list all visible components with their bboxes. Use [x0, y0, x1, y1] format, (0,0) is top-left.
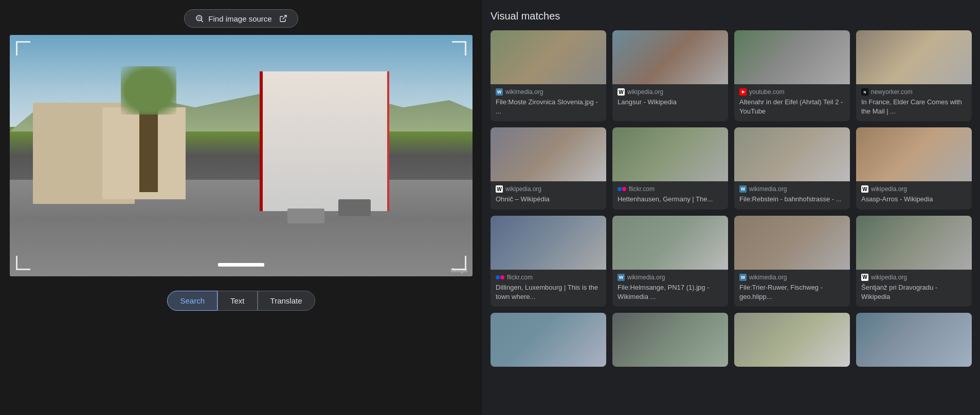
result-thumbnail: [491, 313, 606, 367]
result-thumbnail: [734, 30, 850, 84]
source-favicon: N: [861, 88, 868, 96]
result-card[interactable]: [856, 313, 972, 367]
result-card[interactable]: N newyorker.com In France, Elder Care Co…: [856, 30, 972, 121]
result-source: ▶ youtube.com: [739, 88, 845, 96]
result-title: Šentjanž pri Dravogradu - Wikipedia: [861, 283, 967, 301]
result-source: W wikipedia.org: [618, 88, 723, 96]
source-domain: wikimedia.org: [749, 274, 787, 281]
result-source: N newyorker.com: [861, 88, 967, 96]
source-domain: flickr.com: [507, 274, 533, 281]
result-title: File:Rebstein - bahnhofstrasse - ...: [739, 195, 845, 204]
source-favicon: [618, 187, 626, 191]
result-thumbnail: [491, 30, 606, 84]
building-center: [260, 71, 389, 212]
street-scene-bg: [10, 35, 473, 276]
svg-point-2: [198, 17, 201, 20]
source-favicon: W: [861, 185, 868, 193]
result-info: flickr.com Hettenhausen, Germany | The..…: [612, 181, 728, 209]
result-card[interactable]: [612, 313, 728, 367]
result-card[interactable]: [491, 313, 606, 367]
source-domain: wikipedia.org: [871, 274, 907, 281]
section-title: Visual matches: [491, 10, 972, 22]
result-info: W wikipedia.org Ohnič – Wikipédia: [491, 181, 606, 209]
result-title: File:Helmsange, PN17 (1).jpg - Wikimedia…: [618, 283, 723, 301]
result-thumbnail: [734, 127, 850, 181]
source-favicon: W: [861, 274, 868, 281]
source-favicon: W: [739, 274, 747, 281]
find-image-source-button[interactable]: Find image source: [184, 9, 298, 28]
result-card[interactable]: flickr.com Hettenhausen, Germany | The..…: [612, 127, 728, 209]
source-favicon: ▶: [739, 88, 747, 96]
source-favicon: W: [618, 274, 625, 281]
source-favicon: [496, 275, 504, 279]
result-info: W wikimedia.org File:Rebstein - bahnhofs…: [734, 181, 850, 209]
result-card[interactable]: W wikimedia.org File:Moste Zirovnica Slo…: [491, 30, 606, 121]
result-thumbnail: [612, 30, 728, 84]
result-source: W wikimedia.org: [739, 185, 845, 193]
result-source: W wikipedia.org: [496, 185, 601, 193]
corner-bracket-tr: [452, 41, 466, 55]
result-thumbnail: [734, 216, 850, 270]
car1: [287, 209, 324, 223]
translate-tab-button[interactable]: Translate: [258, 291, 315, 311]
text-tab-button[interactable]: Text: [217, 291, 258, 311]
source-domain: wikimedia.org: [627, 274, 665, 281]
source-favicon: W: [618, 88, 625, 96]
result-card[interactable]: ▶ youtube.com Altenahr in der Eifel (Ahr…: [734, 30, 850, 121]
result-card[interactable]: W wikimedia.org File:Rebstein - bahnhofs…: [734, 127, 850, 209]
result-source: flickr.com: [496, 274, 601, 281]
result-title: Ohnič – Wikipédia: [496, 195, 601, 204]
source-domain: youtube.com: [749, 88, 785, 96]
result-info: W wikimedia.org File:Helmsange, PN17 (1)…: [612, 270, 728, 307]
result-card[interactable]: W wikimedia.org File:Helmsange, PN17 (1)…: [612, 216, 728, 307]
source-domain: flickr.com: [629, 185, 655, 193]
source-favicon: W: [496, 185, 503, 193]
result-title: Altenahr in der Eifel (Ahrtal) Teil 2 - …: [739, 98, 845, 116]
results-grid: W wikimedia.org File:Moste Zirovnica Slo…: [491, 30, 972, 367]
tree1: [139, 96, 158, 192]
result-thumbnail: [612, 313, 728, 367]
search-tab-button[interactable]: Search: [167, 291, 217, 311]
svg-line-3: [282, 15, 286, 19]
result-info: N newyorker.com In France, Elder Care Co…: [856, 84, 972, 121]
result-thumbnail: [856, 127, 972, 181]
result-title: Langsur - Wikipedia: [618, 98, 723, 107]
result-info: W wikimedia.org File:Trier-Ruwer, Fischw…: [734, 270, 850, 307]
svg-point-0: [196, 15, 202, 21]
car2: [338, 199, 371, 216]
left-panel: Find image source Google Search: [0, 0, 482, 415]
source-favicon: W: [496, 88, 503, 96]
result-card[interactable]: W wikipedia.org Ohnič – Wikipédia: [491, 127, 606, 209]
source-domain: wikimedia.org: [505, 88, 543, 96]
result-card[interactable]: W wikipedia.org Šentjanž pri Dravogradu …: [856, 216, 972, 307]
corner-bracket-tl: [16, 41, 30, 55]
result-source: W wikimedia.org: [496, 88, 601, 96]
result-thumbnail: [612, 127, 728, 181]
right-panel: Visual matches W wikimedia.org File:Most…: [482, 0, 980, 415]
corner-bracket-bl: [16, 256, 30, 270]
source-domain: wikipedia.org: [871, 185, 907, 193]
external-link-icon: [279, 14, 287, 23]
google-watermark: Google: [451, 268, 467, 273]
result-card[interactable]: [734, 313, 850, 367]
result-card[interactable]: flickr.com Dillingen, Luxembourg | This …: [491, 216, 606, 307]
bottom-toolbar: Search Text Translate: [167, 291, 315, 311]
result-info: ▶ youtube.com Altenahr in der Eifel (Ahr…: [734, 84, 850, 121]
result-thumbnail: [491, 216, 606, 270]
top-bar: Find image source: [0, 0, 482, 35]
result-source: W wikimedia.org: [618, 274, 723, 281]
result-title: File:Trier-Ruwer, Fischweg - geo.hlipp..…: [739, 283, 845, 301]
result-thumbnail: [856, 30, 972, 84]
result-title: Dillingen, Luxembourg | This is the town…: [496, 283, 601, 301]
svg-line-1: [202, 20, 203, 22]
find-source-label: Find image source: [208, 14, 271, 23]
result-title: In France, Elder Care Comes with the Mai…: [861, 98, 967, 116]
result-card[interactable]: W wikimedia.org File:Trier-Ruwer, Fischw…: [734, 216, 850, 307]
result-info: W wikipedia.org Asasp-Arros - Wikipedia: [856, 181, 972, 209]
result-source: W wikipedia.org: [861, 274, 967, 281]
result-card[interactable]: W wikipedia.org Asasp-Arros - Wikipedia: [856, 127, 972, 209]
result-thumbnail: [856, 216, 972, 270]
result-thumbnail: [612, 216, 728, 270]
result-card[interactable]: W wikipedia.org Langsur - Wikipedia: [612, 30, 728, 121]
source-favicon: W: [739, 185, 747, 193]
